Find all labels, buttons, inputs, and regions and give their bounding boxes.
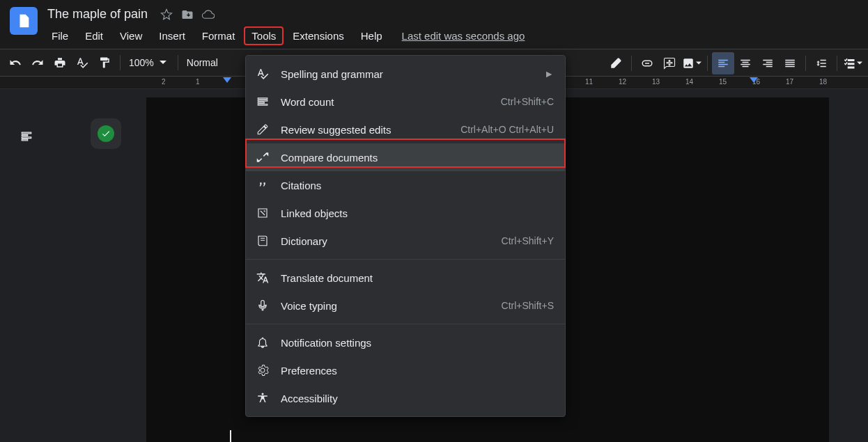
menu-item-label: Accessibility: [281, 393, 554, 404]
menu-bar: File Edit View Insert Format Tools Exten…: [43, 23, 525, 45]
menu-item-label: Word count: [281, 96, 501, 108]
tools-menu-word-count[interactable]: Word countCtrl+Shift+C: [246, 88, 565, 116]
dictionary-icon: [256, 234, 270, 248]
paragraph-style-select[interactable]: Normal: [183, 57, 225, 68]
ruler-tick: 15: [719, 78, 727, 86]
tools-menu-dropdown: Spelling and grammar►Word countCtrl+Shif…: [245, 55, 566, 417]
text-cursor: [230, 430, 231, 442]
menu-item-label: Preferences: [281, 365, 554, 377]
submenu-arrow-icon: ►: [544, 68, 554, 79]
align-left-button[interactable]: [712, 52, 734, 74]
tools-menu-accessibility[interactable]: Accessibility: [246, 384, 565, 412]
menu-item-label: Compare documents: [281, 152, 554, 164]
tools-menu-voice-typing[interactable]: Voice typingCtrl+Shift+S: [246, 292, 565, 319]
ruler-tick: 2: [162, 78, 166, 86]
ruler-tick: 12: [619, 78, 626, 86]
voice-icon: [256, 299, 270, 313]
document-title[interactable]: The maple of pain: [43, 6, 152, 23]
move-to-folder-icon[interactable]: [181, 8, 194, 21]
menu-insert[interactable]: Insert: [152, 27, 192, 45]
add-comment-button[interactable]: [658, 52, 681, 74]
linked-icon: [256, 206, 270, 220]
menu-item-label: Spelling and grammar: [281, 68, 538, 80]
star-icon[interactable]: [160, 8, 173, 21]
menu-format[interactable]: Format: [195, 27, 242, 45]
checklist-button[interactable]: [842, 52, 864, 74]
paragraph-style-value: Normal: [187, 57, 218, 68]
document-outline-button[interactable]: [15, 125, 38, 148]
paint-format-button[interactable]: [93, 52, 116, 74]
docs-app-icon[interactable]: [10, 7, 38, 35]
check-circle-icon: [98, 125, 114, 142]
menu-item-label: Notification settings: [281, 337, 554, 349]
menu-extensions[interactable]: Extensions: [286, 27, 350, 45]
ruler-tick: 17: [786, 78, 793, 86]
menu-edit[interactable]: Edit: [78, 27, 110, 45]
menu-item-label: Dictionary: [281, 235, 502, 247]
tools-menu-notification-settings[interactable]: Notification settings: [246, 329, 565, 356]
menu-item-shortcut: Ctrl+Shift+S: [502, 300, 554, 311]
redo-button[interactable]: [26, 52, 49, 74]
tools-menu-translate-document[interactable]: Translate document: [246, 264, 565, 292]
ruler-tick: 1: [196, 78, 200, 86]
tools-menu-review-suggested-edits[interactable]: Review suggested editsCtrl+Alt+O Ctrl+Al…: [246, 116, 565, 143]
tools-menu-linked-objects[interactable]: Linked objects: [246, 199, 565, 227]
menu-view[interactable]: View: [113, 27, 149, 45]
menu-item-shortcut: Ctrl+Shift+Y: [502, 235, 554, 246]
menu-separator: [246, 259, 565, 260]
spellcheck-button[interactable]: [71, 52, 93, 74]
zoom-select[interactable]: 100%: [125, 57, 173, 68]
insert-link-button[interactable]: [636, 52, 658, 74]
menu-item-label: Voice typing: [281, 300, 502, 312]
right-indent-marker[interactable]: [750, 77, 758, 83]
tools-menu-spelling-and-grammar[interactable]: Spelling and grammar►: [246, 60, 565, 88]
menu-item-label: Linked objects: [281, 207, 554, 219]
ruler-tick: 11: [585, 78, 593, 86]
undo-button[interactable]: [4, 52, 26, 74]
status-check-chip[interactable]: [91, 118, 121, 149]
align-center-button[interactable]: [734, 52, 757, 74]
menu-help[interactable]: Help: [354, 27, 389, 45]
bell-icon: [256, 336, 270, 349]
print-button[interactable]: [49, 52, 71, 74]
wordcount-icon: [256, 95, 270, 109]
menu-item-label: Translate document: [281, 272, 554, 284]
menu-item-shortcut: Ctrl+Alt+O Ctrl+Alt+U: [460, 124, 554, 135]
tools-menu-dictionary[interactable]: DictionaryCtrl+Shift+Y: [246, 227, 565, 255]
align-justify-button[interactable]: [779, 52, 801, 74]
insert-image-button[interactable]: [681, 52, 703, 74]
menu-item-label: Citations: [281, 180, 554, 191]
highlight-color-button[interactable]: [605, 52, 627, 74]
accessibility-icon: [256, 391, 270, 405]
left-indent-marker[interactable]: [223, 77, 231, 83]
cloud-saved-icon[interactable]: [202, 8, 215, 21]
menu-tools[interactable]: Tools: [245, 27, 283, 45]
menu-separator: [246, 324, 565, 324]
ruler-tick: 13: [652, 78, 660, 86]
tools-menu-compare-documents[interactable]: Compare documents: [246, 143, 565, 171]
align-right-button[interactable]: [757, 52, 779, 74]
citations-icon: [256, 178, 270, 192]
review-icon: [256, 123, 270, 136]
spellcheck-icon: [256, 67, 270, 81]
menu-file[interactable]: File: [45, 27, 75, 45]
compare-icon: [256, 150, 270, 164]
translate-icon: [256, 271, 270, 285]
title-bar: The maple of pain File Edit View Insert …: [0, 0, 868, 49]
zoom-value: 100%: [129, 57, 154, 68]
tools-menu-preferences[interactable]: Preferences: [246, 356, 565, 384]
ruler-tick: 14: [685, 78, 693, 86]
prefs-icon: [256, 363, 270, 377]
menu-item-label: Review suggested edits: [281, 124, 460, 136]
last-edit-status[interactable]: Last edit was seconds ago: [402, 27, 525, 45]
line-spacing-button[interactable]: [810, 52, 832, 74]
menu-item-shortcut: Ctrl+Shift+C: [501, 96, 554, 107]
tools-menu-citations[interactable]: Citations: [246, 171, 565, 199]
ruler-tick: 18: [819, 78, 827, 86]
